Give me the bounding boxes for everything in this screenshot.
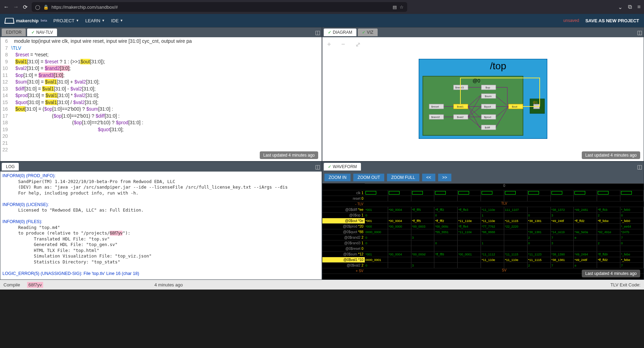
wave-zoom-inbutton[interactable]: ZOOM IN	[324, 174, 351, 181]
menu-learn[interactable]: LEARN▼	[85, 18, 105, 23]
tab-editor[interactable]: EDITOR	[2, 29, 26, 36]
zoom-out-icon[interactable]: −	[341, 41, 345, 48]
waveform-panel: ✓WAVEFORM ◫ ZOOM INZOOM OUTZOOM FULL<<>>…	[322, 161, 644, 280]
zoom-in-icon[interactable]: +	[327, 41, 331, 48]
svg-text:$op: $op	[485, 86, 490, 89]
app-menubar: makerchip beta PROJECT▼ LEARN▼ IDE▼ unsa…	[0, 14, 644, 27]
diagram-svg: /top @0 @1 $rand3 $op $sum $reset $val1 …	[419, 59, 547, 139]
save-as-new-project[interactable]: SAVE AS NEW PROJECT	[585, 18, 639, 23]
svg-text:$reset: $reset	[431, 105, 439, 108]
forward-icon[interactable]: →	[13, 4, 19, 10]
wave--button[interactable]: <<	[422, 174, 435, 181]
reader-icon[interactable]: ▤	[393, 5, 397, 10]
tab-log[interactable]: LOG	[2, 163, 19, 171]
svg-text:$rand3: $rand3	[455, 86, 464, 89]
check-icon: ✓	[328, 164, 331, 169]
tab-waveform[interactable]: ✓WAVEFORM	[324, 163, 361, 171]
unsaved-indicator: unsaved	[563, 18, 579, 23]
check-icon: ✓	[328, 30, 331, 35]
panel-layout-icon[interactable]: ◫	[637, 164, 642, 170]
logo[interactable]: makerchip beta	[5, 17, 47, 24]
svg-text:$out: $out	[512, 105, 517, 108]
wave-zoom-fullbutton[interactable]: ZOOM FULL	[387, 174, 419, 181]
wave--button[interactable]: >>	[438, 174, 451, 181]
url-text: https://makerchip.com/sandbox/#	[51, 5, 118, 10]
svg-text:$rand2: $rand2	[431, 116, 440, 119]
reload-icon[interactable]: ⟳	[23, 4, 27, 10]
svg-text:$val2: $val2	[457, 116, 464, 119]
last-updated-badge: Last updated 4 minutes ago	[582, 270, 640, 277]
compile-label: Compile	[3, 282, 20, 287]
status-bar: Compile 68f7yv 4 minutes ago TLV Exit Co…	[0, 280, 644, 290]
svg-text:@0: @0	[473, 78, 480, 84]
svg-text:/top: /top	[490, 61, 506, 71]
svg-text:$quot: $quot	[484, 105, 491, 108]
project-hash[interactable]: 68f7yv	[27, 282, 43, 288]
tab-viz[interactable]: ✓VIZ	[358, 29, 378, 36]
svg-text:$sum: $sum	[485, 95, 492, 98]
diagram-panel: ✓DIAGRAM ✓VIZ ◫ + − ⤢ /top @0 @1	[322, 27, 644, 161]
last-updated-badge: Last updated 4 minutes ago	[260, 151, 318, 159]
exit-code-label: TLV Exit Code:	[611, 282, 641, 287]
log-panel: LOG ◫ INFORM(0) (PROD_INFO): SandPiper(T…	[0, 161, 322, 280]
panel-layout-icon[interactable]: ◫	[637, 29, 642, 36]
log-output[interactable]: INFORM(0) (PROD_INFO): SandPiper(TM) 1.1…	[0, 172, 322, 279]
waveform-viewer[interactable]: ZOOM INZOOM OUTZOOM FULL<<>> clk 1reset …	[322, 172, 644, 279]
extensions-icon[interactable]: ⧉	[628, 4, 632, 10]
svg-text:@1: @1	[533, 101, 538, 104]
compile-time: 4 minutes ago	[154, 282, 183, 287]
tab-navtlv[interactable]: ✓NAV-TLV	[27, 29, 57, 36]
browser-toolbar: ← → ⟳ ◯ 🔒 https://makerchip.com/sandbox/…	[0, 0, 644, 14]
check-icon: ✓	[31, 30, 35, 35]
star-icon[interactable]: ☆	[400, 5, 404, 10]
last-updated-badge: Last updated 4 minutes ago	[582, 151, 640, 159]
svg-text:$diff: $diff	[485, 126, 490, 129]
svg-text:$prod: $prod	[484, 116, 491, 119]
expand-icon[interactable]: ⤢	[355, 41, 361, 48]
menu-project[interactable]: PROJECT▼	[54, 18, 79, 23]
panel-layout-icon[interactable]: ◫	[315, 29, 320, 36]
shield-icon: ◯	[35, 5, 40, 10]
svg-text:$val1: $val1	[457, 105, 464, 108]
logo-icon	[5, 18, 15, 24]
lock-icon: 🔒	[43, 5, 49, 10]
editor-panel: EDITOR ✓NAV-TLV ◫ 6789101112131415161718…	[0, 27, 322, 161]
menu-ide[interactable]: IDE▼	[111, 18, 123, 23]
hamburger-icon[interactable]: ≡	[637, 4, 641, 10]
panel-layout-icon[interactable]: ◫	[315, 164, 320, 170]
url-bar[interactable]: ◯ 🔒 https://makerchip.com/sandbox/# ▤ ☆	[32, 2, 407, 12]
check-icon: ✓	[362, 30, 365, 35]
code-editor[interactable]: 678910111213141516171819202122 module to…	[0, 37, 322, 161]
tab-diagram[interactable]: ✓DIAGRAM	[324, 29, 356, 36]
wave-zoom-outbutton[interactable]: ZOOM OUT	[353, 174, 384, 181]
diagram-canvas[interactable]: + − ⤢ /top @0 @1 $rand3 $op $sum	[322, 37, 644, 161]
back-icon[interactable]: ←	[3, 4, 9, 10]
pocket-icon[interactable]: ⌄	[618, 4, 622, 10]
